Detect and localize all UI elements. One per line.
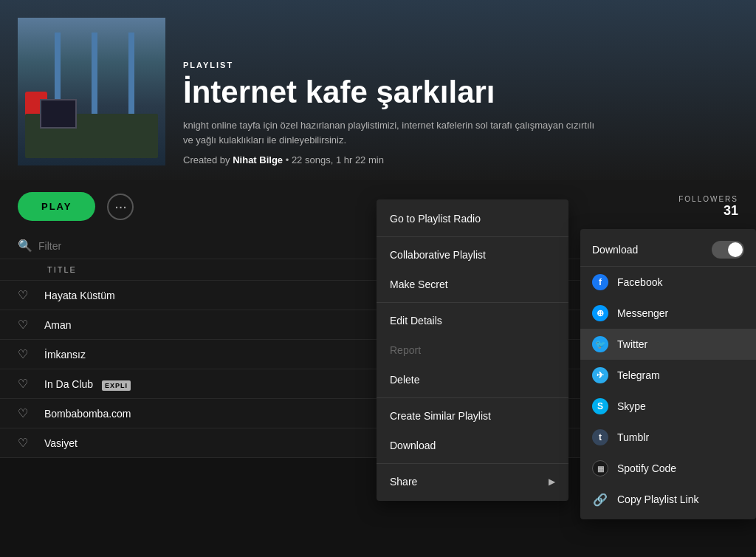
hero-section: PLAYLIST İnternet kafe şarkıları knight … (0, 0, 756, 180)
menu-label: Delete (390, 374, 419, 386)
share-label: Twitter (617, 338, 647, 350)
tumblr-icon: t (592, 429, 608, 445)
followers-count: 31 (678, 203, 738, 219)
more-dots-icon: ··· (114, 198, 127, 215)
more-options-button[interactable]: ··· (107, 194, 134, 220)
share-item-spotify-code[interactable]: ▦ Spotify Code (580, 453, 756, 484)
menu-divider (377, 236, 568, 237)
messenger-icon: ⊕ (592, 305, 608, 321)
download-label: Download (592, 244, 638, 256)
menu-divider (377, 463, 568, 464)
menu-label: Make Secret (390, 278, 448, 290)
like-icon[interactable]: ♡ (18, 436, 35, 450)
search-icon: 🔍 (18, 239, 32, 253)
like-icon[interactable]: ♡ (18, 288, 35, 302)
share-item-messenger[interactable]: ⊕ Messenger (580, 298, 756, 329)
facebook-icon: f (592, 274, 608, 290)
share-item-twitter[interactable]: 🐦 Twitter (580, 329, 756, 360)
submenu-arrow-icon: ▶ (549, 476, 555, 487)
menu-label: Download (390, 440, 436, 451)
playlist-description: knight online tayfa için özel hazırlanan… (183, 118, 597, 147)
playlist-info: PLAYLIST İnternet kafe şarkıları knight … (183, 61, 738, 165)
filter-input[interactable] (38, 240, 168, 252)
menu-divider (377, 397, 568, 398)
share-label: Messenger (617, 307, 668, 319)
menu-label: Go to Playlist Radio (390, 213, 481, 225)
share-item-skype[interactable]: S Skype (580, 391, 756, 422)
menu-label: Create Similar Playlist (390, 410, 491, 422)
song-count: 22 songs, 1 hr 22 min (292, 154, 384, 165)
share-label: Copy Playlist Link (617, 493, 699, 505)
menu-label: Edit Details (390, 315, 442, 327)
skype-icon: S (592, 398, 608, 414)
share-label: Skype (617, 400, 646, 412)
telegram-icon: ✈ (592, 367, 608, 383)
share-item-telegram[interactable]: ✈ Telegram (580, 360, 756, 391)
playlist-type-label: PLAYLIST (183, 61, 738, 69)
share-label: Telegram (617, 369, 660, 381)
like-icon[interactable]: ♡ (18, 347, 35, 361)
context-menu: Go to Playlist Radio Collaborative Playl… (377, 199, 568, 501)
menu-label: Collaborative Playlist (390, 249, 486, 261)
menu-label: Report (390, 344, 421, 356)
creator-name: Nihat Bilge (233, 154, 283, 165)
menu-divider (377, 302, 568, 303)
menu-item-edit-details[interactable]: Edit Details (377, 306, 568, 335)
share-item-copy-link[interactable]: 🔗 Copy Playlist Link (580, 484, 756, 515)
followers-block: FOLLOWERS 31 (678, 195, 738, 219)
share-item-tumblr[interactable]: t Tumblr (580, 422, 756, 453)
like-icon[interactable]: ♡ (18, 406, 35, 420)
play-button[interactable]: PLAY (18, 192, 95, 221)
copy-link-icon: 🔗 (592, 491, 608, 508)
menu-item-download[interactable]: Download (377, 431, 568, 460)
menu-item-report: Report (377, 335, 568, 365)
download-toggle-row: Download (580, 233, 756, 267)
followers-label: FOLLOWERS (678, 195, 738, 203)
playlist-meta: Created by Nihat Bilge • 22 songs, 1 hr … (183, 154, 738, 165)
share-label: Facebook (617, 276, 662, 288)
menu-item-create-similar[interactable]: Create Similar Playlist (377, 401, 568, 431)
twitter-icon: 🐦 (592, 336, 608, 352)
menu-item-share[interactable]: Share ▶ (377, 467, 568, 496)
playlist-cover-image (18, 18, 165, 165)
playlist-title: İnternet kafe şarkıları (183, 75, 738, 109)
explicit-badge: EXPLI (102, 380, 131, 391)
like-icon[interactable]: ♡ (18, 318, 35, 332)
toggle-knob (728, 242, 743, 257)
menu-item-collaborative[interactable]: Collaborative Playlist (377, 240, 568, 270)
download-toggle[interactable] (712, 241, 744, 259)
like-icon[interactable]: ♡ (18, 377, 35, 391)
share-label: Tumblr (617, 431, 649, 443)
spotify-code-icon: ▦ (592, 460, 608, 476)
share-submenu: Download f Facebook ⊕ Messenger 🐦 Twitte… (580, 229, 756, 519)
share-item-facebook[interactable]: f Facebook (580, 267, 756, 298)
menu-item-delete[interactable]: Delete (377, 365, 568, 394)
share-label: Spotify Code (617, 462, 676, 474)
menu-item-make-secret[interactable]: Make Secret (377, 270, 568, 299)
menu-item-playlist-radio[interactable]: Go to Playlist Radio (377, 204, 568, 233)
menu-label: Share (390, 476, 417, 488)
